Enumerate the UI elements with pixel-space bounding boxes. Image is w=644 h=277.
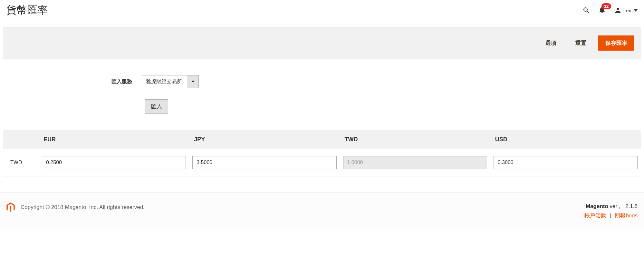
import-service-label: 匯入服務 — [6, 78, 142, 85]
currency-rates-table: EUR JPY TWD USD TWD — [3, 130, 641, 176]
table-header-usd: USD — [490, 130, 641, 149]
page-footer: Copyright © 2018 Magento, Inc. All right… — [0, 193, 644, 229]
chevron-down-icon — [634, 9, 638, 12]
rate-input-eur[interactable] — [42, 156, 186, 169]
notification-count-badge: 32 — [601, 3, 611, 9]
table-header-blank — [3, 130, 39, 149]
copyright-text: Copyright © 2018 Magento, Inc. All right… — [21, 204, 145, 211]
search-icon[interactable] — [582, 6, 590, 14]
page-title: 貨幣匯率 — [6, 3, 48, 17]
separator: | — [610, 213, 611, 219]
version-text: Magento ver。2.1.8 — [584, 203, 638, 210]
row-currency-label: TWD — [3, 149, 39, 176]
user-icon — [614, 6, 622, 14]
user-menu[interactable]: rex — [614, 6, 638, 14]
table-header-jpy: JPY — [189, 130, 340, 149]
table-row: TWD — [3, 149, 641, 176]
table-header-eur: EUR — [39, 130, 189, 149]
table-header-twd: TWD — [340, 130, 490, 149]
username-label: rex — [624, 8, 631, 13]
import-service-select[interactable]: 雅虎財經交易所 — [142, 75, 199, 88]
actions-toolbar: 選項 重置 保存匯率 — [3, 27, 641, 59]
report-bugs-link[interactable]: 回報bugs — [615, 213, 638, 219]
rate-input-usd[interactable] — [494, 156, 638, 169]
reset-button[interactable]: 重置 — [568, 35, 593, 51]
options-button[interactable]: 選項 — [538, 35, 563, 51]
save-rates-button[interactable]: 保存匯率 — [598, 35, 634, 51]
notifications-button[interactable]: 32 — [598, 6, 606, 15]
import-button[interactable]: 匯入 — [145, 99, 168, 114]
chevron-down-icon — [187, 75, 198, 88]
rate-input-twd — [343, 156, 487, 169]
magento-logo-icon — [6, 203, 15, 212]
import-service-value: 雅虎財經交易所 — [142, 78, 187, 85]
account-activity-link[interactable]: 帳戶活動 — [584, 213, 606, 219]
rate-input-jpy[interactable] — [192, 156, 336, 169]
